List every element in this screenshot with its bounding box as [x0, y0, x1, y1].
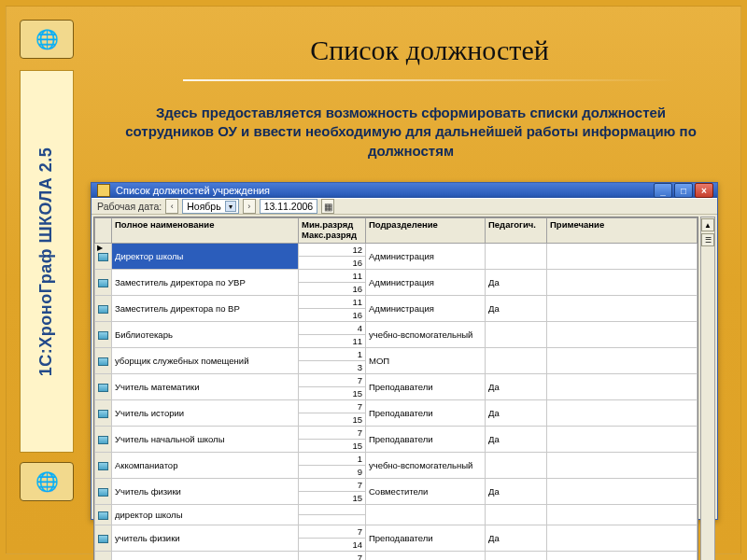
folder-icon [98, 305, 108, 314]
cell-dept: Преподаватели [366, 426, 486, 452]
cell-dept: Совместители [366, 478, 486, 504]
table-row[interactable]: Заместитель директора по УВР11Администра… [95, 269, 698, 282]
cell-max-rank: 15 [299, 491, 366, 504]
cell-ped [486, 243, 547, 269]
folder-icon [98, 511, 108, 520]
calendar-button[interactable]: ▦ [321, 199, 334, 214]
table-row[interactable]: Аккомпаниатор1учебно-вспомогательный [95, 452, 698, 465]
cell-max-rank: 16 [299, 282, 366, 295]
cell-max-rank: 15 [299, 413, 366, 426]
table-row[interactable]: Учитель начальной школы7ПреподавателиДа [95, 426, 698, 439]
cell-ped [486, 504, 547, 525]
titlebar[interactable]: Список должностей учреждения _ □ × [92, 183, 717, 198]
window-title: Список должностей учреждения [116, 185, 270, 196]
table-row[interactable]: Библиотекарь4учебно-вспомогательный [95, 321, 698, 334]
cell-dept [366, 504, 486, 525]
cell-max-rank [299, 514, 366, 525]
table-row[interactable]: учитель информатики7СовместителиДа [95, 551, 698, 560]
work-date-label: Рабочая дата: [97, 201, 162, 212]
col-note[interactable]: Примечание [547, 218, 698, 244]
table-row[interactable]: директор школы [95, 504, 698, 514]
month-prev-button[interactable]: ‹ [165, 199, 178, 214]
col-rank[interactable]: Мин.разряд Макс.разряд [299, 218, 366, 244]
cell-max-rank: 14 [299, 538, 366, 551]
maximize-button[interactable]: □ [674, 183, 693, 198]
product-logo-top: 🌐 [20, 20, 74, 59]
cell-note [547, 551, 698, 560]
cell-ped: Да [486, 478, 547, 504]
folder-icon [98, 357, 108, 366]
col-ped[interactable]: Педагогич. [486, 218, 547, 244]
cell-min-rank: 7 [299, 426, 366, 439]
product-vertical-banner: 1С:ХроноГраф ШКОЛА 2.5 [20, 70, 74, 453]
slide-frame: 🌐 1С:ХроноГраф ШКОЛА 2.5 🌐 Список должно… [6, 6, 741, 554]
cell-note [547, 243, 698, 269]
row-marker [95, 269, 112, 295]
positions-grid[interactable]: Полное наименование Мин.разряд Макс.разр… [93, 217, 698, 560]
month-combo[interactable]: Ноябрь ▾ [182, 199, 238, 214]
cell-max-rank: 11 [299, 334, 366, 347]
cell-note [547, 373, 698, 399]
folder-icon [98, 253, 108, 261]
table-row[interactable]: уборщик служебных помещений1МОП [95, 347, 698, 360]
product-logo-bottom: 🌐 [20, 462, 74, 501]
table-row[interactable]: Директор школы12Администрация [95, 243, 698, 256]
cell-min-rank: 11 [299, 269, 366, 282]
cell-min-rank: 1 [299, 347, 366, 360]
cell-ped: Да [486, 373, 547, 399]
cell-dept: учебно-вспомогательный [366, 452, 486, 478]
cell-max-rank: 15 [299, 386, 366, 399]
strip-up-button[interactable]: ▲ [701, 218, 714, 231]
table-row[interactable]: Учитель математики7ПреподавателиДа [95, 373, 698, 386]
table-row[interactable]: Заместитель директора по ВР11Администрац… [95, 295, 698, 308]
globe-icon: 🌐 [35, 470, 59, 493]
cell-ped: Да [486, 269, 547, 295]
cell-dept: Администрация [366, 269, 486, 295]
cell-dept: Совместители [366, 551, 486, 560]
cell-name: Учитель истории [112, 399, 299, 426]
close-button[interactable]: × [695, 183, 713, 198]
cell-name: Аккомпаниатор [112, 452, 299, 478]
cell-note [547, 321, 698, 347]
cell-ped [486, 452, 547, 478]
folder-icon [98, 331, 108, 340]
cell-min-rank [299, 504, 366, 514]
table-row[interactable]: Учитель физики7СовместителиДа [95, 478, 698, 491]
cell-dept: Преподаватели [366, 399, 486, 426]
table-row[interactable]: учитель физики7ПреподавателиДа [95, 525, 698, 538]
row-marker [95, 295, 112, 321]
cell-note [547, 347, 698, 373]
row-marker [95, 426, 112, 452]
folder-icon [98, 279, 108, 287]
product-name: 1С:ХроноГраф ШКОЛА 2.5 [37, 147, 57, 375]
grid-header-row: Полное наименование Мин.разряд Макс.разр… [95, 218, 698, 244]
cell-name: Заместитель директора по ВР [112, 295, 299, 321]
cell-ped: Да [486, 551, 547, 560]
strip-action-button[interactable]: ☰ [701, 233, 714, 246]
cell-name: учитель информатики [112, 551, 299, 560]
chevron-down-icon: ▾ [225, 201, 236, 212]
cell-dept: Преподаватели [366, 525, 486, 551]
minimize-button[interactable]: _ [654, 183, 672, 198]
col-name[interactable]: Полное наименование [112, 218, 299, 244]
table-row[interactable]: Учитель истории7ПреподавателиДа [95, 399, 698, 413]
cell-note [547, 399, 698, 426]
cell-min-rank: 4 [299, 321, 366, 334]
cell-name: уборщик служебных помещений [112, 347, 299, 373]
cell-name: директор школы [112, 504, 299, 525]
cell-dept: Администрация [366, 295, 486, 321]
cell-min-rank: 7 [299, 478, 366, 491]
title-underline [183, 79, 675, 81]
cell-max-rank: 3 [299, 360, 366, 373]
cell-ped: Да [486, 426, 547, 452]
cell-min-rank: 7 [299, 551, 366, 560]
date-field[interactable]: 13.11.2006 [260, 199, 318, 214]
month-next-button[interactable]: › [243, 199, 256, 214]
folder-icon [98, 384, 108, 392]
cell-min-rank: 1 [299, 452, 366, 465]
cell-ped: Да [486, 399, 547, 426]
col-dept[interactable]: Подразделение [366, 218, 486, 244]
cell-name: Учитель физики [112, 478, 299, 504]
cell-min-rank: 7 [299, 399, 366, 413]
cell-note [547, 504, 698, 525]
